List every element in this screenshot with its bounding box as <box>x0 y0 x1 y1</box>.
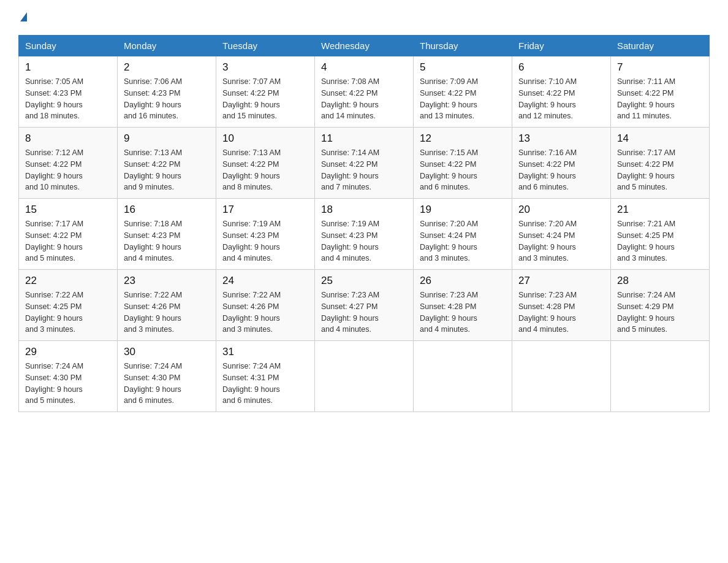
day-info: Sunrise: 7:14 AM Sunset: 4:22 PM Dayligh… <box>321 147 407 193</box>
day-number: 2 <box>124 61 210 74</box>
calendar-week-row: 1 Sunrise: 7:05 AM Sunset: 4:23 PM Dayli… <box>19 56 710 128</box>
day-info: Sunrise: 7:12 AM Sunset: 4:22 PM Dayligh… <box>25 147 111 193</box>
day-info: Sunrise: 7:08 AM Sunset: 4:22 PM Dayligh… <box>321 76 407 122</box>
day-number: 13 <box>518 132 604 145</box>
day-number: 27 <box>518 275 604 287</box>
day-info: Sunrise: 7:22 AM Sunset: 4:26 PM Dayligh… <box>124 289 210 335</box>
header-friday: Friday <box>512 36 611 56</box>
day-number: 14 <box>617 132 703 145</box>
day-info: Sunrise: 7:22 AM Sunset: 4:26 PM Dayligh… <box>222 289 308 335</box>
calendar-day-cell: 23 Sunrise: 7:22 AM Sunset: 4:26 PM Dayl… <box>118 270 216 341</box>
day-info: Sunrise: 7:24 AM Sunset: 4:30 PM Dayligh… <box>124 361 210 407</box>
calendar-day-cell: 3 Sunrise: 7:07 AM Sunset: 4:22 PM Dayli… <box>216 56 315 128</box>
day-info: Sunrise: 7:23 AM Sunset: 4:28 PM Dayligh… <box>420 289 506 335</box>
day-info: Sunrise: 7:23 AM Sunset: 4:28 PM Dayligh… <box>518 289 604 335</box>
day-info: Sunrise: 7:17 AM Sunset: 4:22 PM Dayligh… <box>617 147 703 193</box>
calendar-day-cell: 12 Sunrise: 7:15 AM Sunset: 4:22 PM Dayl… <box>414 128 512 199</box>
day-info: Sunrise: 7:20 AM Sunset: 4:24 PM Dayligh… <box>518 218 604 264</box>
day-info: Sunrise: 7:16 AM Sunset: 4:22 PM Dayligh… <box>518 147 604 193</box>
calendar-day-cell: 22 Sunrise: 7:22 AM Sunset: 4:25 PM Dayl… <box>19 270 118 341</box>
day-number: 25 <box>321 275 407 287</box>
day-number: 5 <box>420 61 506 74</box>
calendar-day-cell: 15 Sunrise: 7:17 AM Sunset: 4:22 PM Dayl… <box>19 199 118 270</box>
calendar-day-cell: 31 Sunrise: 7:24 AM Sunset: 4:31 PM Dayl… <box>216 341 315 412</box>
day-number: 22 <box>25 275 111 287</box>
day-number: 31 <box>222 346 308 358</box>
header-saturday: Saturday <box>611 36 710 56</box>
calendar-day-cell: 11 Sunrise: 7:14 AM Sunset: 4:22 PM Dayl… <box>315 128 414 199</box>
day-info: Sunrise: 7:05 AM Sunset: 4:23 PM Dayligh… <box>25 76 111 122</box>
empty-cell <box>414 341 512 412</box>
calendar-day-cell: 9 Sunrise: 7:13 AM Sunset: 4:22 PM Dayli… <box>118 128 216 199</box>
day-info: Sunrise: 7:23 AM Sunset: 4:27 PM Dayligh… <box>321 289 407 335</box>
day-number: 7 <box>617 61 703 74</box>
day-number: 3 <box>222 61 308 74</box>
day-info: Sunrise: 7:10 AM Sunset: 4:22 PM Dayligh… <box>518 76 604 122</box>
day-number: 8 <box>25 132 111 145</box>
calendar-day-cell: 5 Sunrise: 7:09 AM Sunset: 4:22 PM Dayli… <box>414 56 512 128</box>
day-number: 11 <box>321 132 407 145</box>
day-number: 21 <box>617 204 703 216</box>
day-number: 29 <box>25 346 111 358</box>
day-info: Sunrise: 7:13 AM Sunset: 4:22 PM Dayligh… <box>124 147 210 193</box>
calendar-day-cell: 16 Sunrise: 7:18 AM Sunset: 4:23 PM Dayl… <box>118 199 216 270</box>
calendar-day-cell: 18 Sunrise: 7:19 AM Sunset: 4:23 PM Dayl… <box>315 199 414 270</box>
header-wednesday: Wednesday <box>315 36 414 56</box>
header-monday: Monday <box>118 36 216 56</box>
calendar-day-cell: 10 Sunrise: 7:13 AM Sunset: 4:22 PM Dayl… <box>216 128 315 199</box>
header-sunday: Sunday <box>19 36 118 56</box>
calendar-day-cell: 6 Sunrise: 7:10 AM Sunset: 4:22 PM Dayli… <box>512 56 611 128</box>
calendar-day-cell: 26 Sunrise: 7:23 AM Sunset: 4:28 PM Dayl… <box>414 270 512 341</box>
calendar-week-row: 8 Sunrise: 7:12 AM Sunset: 4:22 PM Dayli… <box>19 128 710 199</box>
day-info: Sunrise: 7:24 AM Sunset: 4:31 PM Dayligh… <box>222 361 308 407</box>
calendar-day-cell: 14 Sunrise: 7:17 AM Sunset: 4:22 PM Dayl… <box>611 128 710 199</box>
calendar-day-cell: 7 Sunrise: 7:11 AM Sunset: 4:22 PM Dayli… <box>611 56 710 128</box>
calendar-week-row: 29 Sunrise: 7:24 AM Sunset: 4:30 PM Dayl… <box>19 341 710 412</box>
day-info: Sunrise: 7:24 AM Sunset: 4:30 PM Dayligh… <box>25 361 111 407</box>
empty-cell <box>315 341 414 412</box>
calendar-day-cell: 28 Sunrise: 7:24 AM Sunset: 4:29 PM Dayl… <box>611 270 710 341</box>
day-info: Sunrise: 7:15 AM Sunset: 4:22 PM Dayligh… <box>420 147 506 193</box>
day-number: 23 <box>124 275 210 287</box>
day-info: Sunrise: 7:06 AM Sunset: 4:23 PM Dayligh… <box>124 76 210 122</box>
day-info: Sunrise: 7:18 AM Sunset: 4:23 PM Dayligh… <box>124 218 210 264</box>
day-number: 17 <box>222 204 308 216</box>
day-number: 10 <box>222 132 308 145</box>
day-number: 12 <box>420 132 506 145</box>
day-info: Sunrise: 7:24 AM Sunset: 4:29 PM Dayligh… <box>617 289 703 335</box>
day-number: 9 <box>124 132 210 145</box>
day-number: 6 <box>518 61 604 74</box>
calendar-day-cell: 1 Sunrise: 7:05 AM Sunset: 4:23 PM Dayli… <box>19 56 118 128</box>
calendar-day-cell: 17 Sunrise: 7:19 AM Sunset: 4:23 PM Dayl… <box>216 199 315 270</box>
day-info: Sunrise: 7:11 AM Sunset: 4:22 PM Dayligh… <box>617 76 703 122</box>
calendar-day-cell: 2 Sunrise: 7:06 AM Sunset: 4:23 PM Dayli… <box>118 56 216 128</box>
day-info: Sunrise: 7:09 AM Sunset: 4:22 PM Dayligh… <box>420 76 506 122</box>
day-number: 16 <box>124 204 210 216</box>
day-number: 30 <box>124 346 210 358</box>
calendar-table: SundayMondayTuesdayWednesdayThursdayFrid… <box>18 35 710 412</box>
calendar-day-cell: 19 Sunrise: 7:20 AM Sunset: 4:24 PM Dayl… <box>414 199 512 270</box>
calendar-day-cell: 29 Sunrise: 7:24 AM Sunset: 4:30 PM Dayl… <box>19 341 118 412</box>
calendar-day-cell: 21 Sunrise: 7:21 AM Sunset: 4:25 PM Dayl… <box>611 199 710 270</box>
day-info: Sunrise: 7:07 AM Sunset: 4:22 PM Dayligh… <box>222 76 308 122</box>
header-tuesday: Tuesday <box>216 36 315 56</box>
day-info: Sunrise: 7:17 AM Sunset: 4:22 PM Dayligh… <box>25 218 111 264</box>
empty-cell <box>611 341 710 412</box>
day-info: Sunrise: 7:19 AM Sunset: 4:23 PM Dayligh… <box>321 218 407 264</box>
day-info: Sunrise: 7:21 AM Sunset: 4:25 PM Dayligh… <box>617 218 703 264</box>
logo-triangle-icon <box>20 12 27 21</box>
day-info: Sunrise: 7:20 AM Sunset: 4:24 PM Dayligh… <box>420 218 506 264</box>
calendar-day-cell: 4 Sunrise: 7:08 AM Sunset: 4:22 PM Dayli… <box>315 56 414 128</box>
logo <box>18 12 27 23</box>
day-number: 19 <box>420 204 506 216</box>
day-number: 24 <box>222 275 308 287</box>
calendar-day-cell: 27 Sunrise: 7:23 AM Sunset: 4:28 PM Dayl… <box>512 270 611 341</box>
calendar-day-cell: 24 Sunrise: 7:22 AM Sunset: 4:26 PM Dayl… <box>216 270 315 341</box>
day-info: Sunrise: 7:22 AM Sunset: 4:25 PM Dayligh… <box>25 289 111 335</box>
calendar-day-cell: 13 Sunrise: 7:16 AM Sunset: 4:22 PM Dayl… <box>512 128 611 199</box>
calendar-day-cell: 30 Sunrise: 7:24 AM Sunset: 4:30 PM Dayl… <box>118 341 216 412</box>
page-header <box>18 12 710 23</box>
day-number: 1 <box>25 61 111 74</box>
calendar-day-cell: 25 Sunrise: 7:23 AM Sunset: 4:27 PM Dayl… <box>315 270 414 341</box>
calendar-week-row: 15 Sunrise: 7:17 AM Sunset: 4:22 PM Dayl… <box>19 199 710 270</box>
